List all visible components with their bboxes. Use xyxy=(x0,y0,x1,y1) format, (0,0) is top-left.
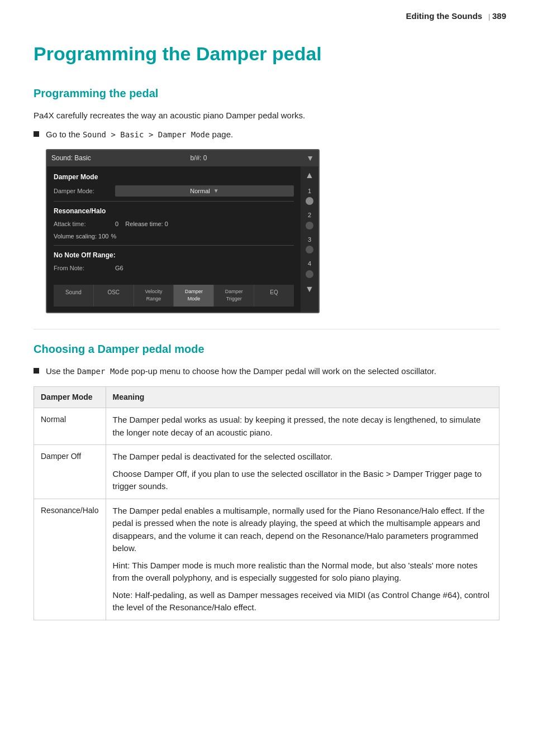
page-number: 389 xyxy=(492,11,506,21)
section-divider xyxy=(34,329,499,329)
device-release-label: Release time: xyxy=(125,219,163,229)
sidebar-item-4[interactable]: 4 xyxy=(306,259,313,278)
device-sidebar: ▲ 1 2 3 4 xyxy=(301,166,318,312)
section1-intro: Pa4X carefully recreates the way an acou… xyxy=(34,109,499,122)
device-from-note-label: From Note: xyxy=(54,264,115,273)
table-paragraph: Hint: This Damper mode is much more real… xyxy=(113,559,492,585)
sidebar-item-1[interactable]: 1 xyxy=(306,186,313,205)
bullet-item-1: Go to the Sound > Basic > Damper Mode pa… xyxy=(34,128,499,141)
device-top-center: b/#: 0 xyxy=(190,153,207,163)
table-paragraph: The Damper pedal is deactivated for the … xyxy=(113,451,492,463)
device-attack-row: Attack time: 0 Release time: 0 xyxy=(54,219,294,229)
device-tab-damper-trigger[interactable]: DamperTrigger xyxy=(214,285,254,307)
device-main: Damper Mode Damper Mode: Normal ▼ Resona… xyxy=(47,166,301,312)
bullet-text-1: Go to the Sound > Basic > Damper Mode pa… xyxy=(46,128,499,141)
section2-title: Choosing a Damper pedal mode xyxy=(34,341,499,357)
table-cell-mode-0: Normal xyxy=(34,408,106,445)
sidebar-dot-4 xyxy=(306,270,313,278)
table-cell-meaning-0: The Damper pedal works as usual: by keep… xyxy=(106,408,499,445)
table-col1-header: Damper Mode xyxy=(34,387,106,408)
table-paragraph: The Damper pedal works as usual: by keep… xyxy=(113,414,492,439)
table-cell-meaning-1: The Damper pedal is deactivated for the … xyxy=(106,445,499,499)
bullet-text-2: Use the Damper Mode pop-up menu to choos… xyxy=(46,365,499,378)
device-release-value: 0 xyxy=(165,219,168,229)
device-tab-osc[interactable]: OSC xyxy=(94,285,134,307)
bullet2-highlight: Damper Mode xyxy=(77,367,129,376)
bullet1-text-before: Go to the xyxy=(46,130,83,139)
sidebar-item-3[interactable]: 3 xyxy=(306,235,313,254)
bullet1-text-after: page. xyxy=(210,130,233,139)
device-damper-mode-row: Damper Mode: Normal ▼ xyxy=(54,185,294,197)
device-tab-damper-mode[interactable]: DamperMode xyxy=(174,285,214,307)
sidebar-scroll-down-icon[interactable]: ▼ xyxy=(305,285,314,294)
device-from-note-value: G6 xyxy=(115,264,123,273)
device-damper-value: Normal xyxy=(190,186,210,196)
device-divider1 xyxy=(54,201,294,202)
table-cell-meaning-2: The Damper pedal enables a multisample, … xyxy=(106,499,499,620)
content-area: Programming the Damper pedal Programming… xyxy=(0,23,533,643)
bullet2-text-before: Use the xyxy=(46,366,77,376)
damper-mode-table: Damper Mode Meaning NormalThe Damper ped… xyxy=(34,386,499,620)
table-cell-mode-2: Resonance/Halo xyxy=(34,499,106,620)
device-attack-value: 0 xyxy=(115,219,118,229)
device-attack-label: Attack time: xyxy=(54,219,115,229)
bullet-item-2: Use the Damper Mode pop-up menu to choos… xyxy=(34,365,499,378)
sidebar-scroll-up-icon[interactable]: ▲ xyxy=(305,171,314,180)
device-top-bar: Sound: Basic b/#: 0 ▼ xyxy=(47,150,318,166)
table-row-2: Resonance/HaloThe Damper pedal enables a… xyxy=(34,499,499,620)
device-section3-title: No Note Off Range: xyxy=(54,250,294,260)
device-screenshot: Sound: Basic b/#: 0 ▼ Damper Mode Damper… xyxy=(46,149,320,313)
device-volume-unit: % xyxy=(111,232,116,241)
bullet1-menu-path: Sound > Basic > Damper Mode xyxy=(83,130,210,139)
device-section2-title: Resonance/Halo xyxy=(54,206,294,216)
device-damper-dropdown[interactable]: Normal ▼ xyxy=(115,185,294,197)
section1-title: Programming the pedal xyxy=(34,85,499,102)
table-cell-mode-1: Damper Off xyxy=(34,445,106,499)
device-body: Damper Mode Damper Mode: Normal ▼ Resona… xyxy=(47,166,318,312)
dropdown-arrow-icon: ▼ xyxy=(213,186,219,195)
device-divider2 xyxy=(54,245,294,246)
device-menu-icon: ▼ xyxy=(306,152,314,164)
device-tab-sound[interactable]: Sound xyxy=(54,285,94,307)
device-tab-velocity[interactable]: VelocityRange xyxy=(134,285,174,307)
device-from-note-row: From Note: G6 xyxy=(54,264,294,273)
sidebar-dot-2 xyxy=(306,222,313,229)
sidebar-dot-1 xyxy=(306,197,313,205)
sidebar-item-2[interactable]: 2 xyxy=(306,210,313,229)
page-title: Programming the Damper pedal xyxy=(34,40,499,68)
device-damper-mode-label: Damper Mode: xyxy=(54,186,115,196)
header-label: Editing the Sounds xyxy=(406,11,482,21)
page-header: Editing the Sounds | 389 xyxy=(0,0,533,23)
table-row-1: Damper OffThe Damper pedal is deactivate… xyxy=(34,445,499,499)
table-col2-header: Meaning xyxy=(106,387,499,408)
bullet-square xyxy=(34,131,39,137)
device-volume-label: Volume scaling: 100 xyxy=(54,232,108,241)
table-paragraph: Choose Damper Off, if you plan to use th… xyxy=(113,468,492,493)
device-section1-title: Damper Mode xyxy=(54,172,294,182)
bullet-square-2 xyxy=(34,368,39,374)
table-row-0: NormalThe Damper pedal works as usual: b… xyxy=(34,408,499,445)
device-tabs: Sound OSC VelocityRange DamperMode Dampe… xyxy=(54,285,294,307)
bullet2-text-after: pop-up menu to choose how the Damper ped… xyxy=(129,366,436,376)
device-tab-eq[interactable]: EQ xyxy=(254,285,294,307)
device-top-left: Sound: Basic xyxy=(51,153,91,163)
table-paragraph: Note: Half-pedaling, as well as Damper m… xyxy=(113,589,492,614)
sidebar-dot-3 xyxy=(306,246,313,253)
table-paragraph: The Damper pedal enables a multisample, … xyxy=(113,505,492,555)
device-volume-row: Volume scaling: 100 % xyxy=(54,232,294,241)
